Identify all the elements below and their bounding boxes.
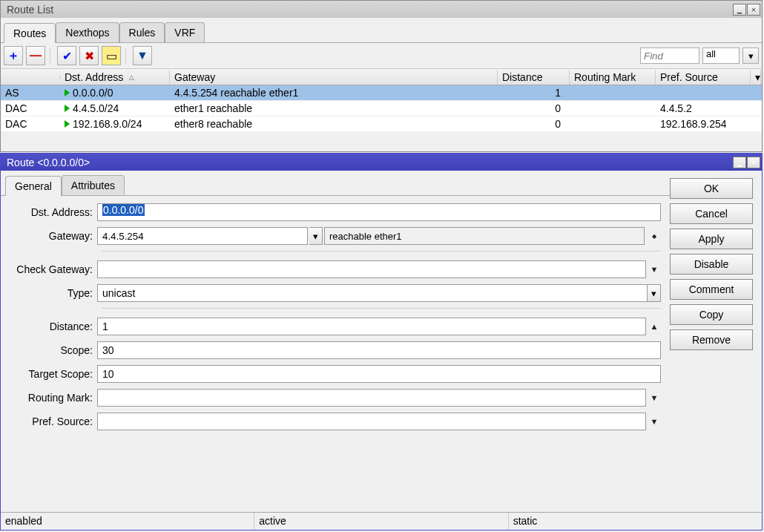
row-type: Type: ▾ [5, 284, 661, 302]
route-active-icon [65, 120, 70, 128]
label-target-scope: Target Scope: [5, 368, 97, 380]
minimize-button[interactable]: ▁ [733, 4, 746, 16]
route-active-icon [65, 89, 70, 96]
label-check-gateway: Check Gateway: [5, 263, 97, 275]
tab-label: Rules [129, 27, 156, 39]
tab-general[interactable]: General [5, 176, 62, 196]
find-area: all ▾ [640, 47, 759, 64]
tab-label: Attributes [71, 180, 115, 191]
table-row[interactable]: DAC 192.168.9.0/24 ether8 reachable 0 19… [1, 116, 762, 132]
minimize-button[interactable]: ▁ [733, 157, 746, 168]
scope-input[interactable] [97, 341, 661, 359]
row-distance: 0 [498, 102, 570, 115]
table-row[interactable]: DAC 4.4.5.0/24 ether1 reachable 0 4.4.5.… [1, 101, 762, 116]
col-flags[interactable] [1, 76, 60, 79]
type-input[interactable] [97, 284, 648, 302]
col-gateway[interactable]: Gateway [170, 70, 498, 85]
tab-attributes[interactable]: Attributes [62, 175, 125, 195]
titlebar-route-detail[interactable]: Route <0.0.0.0/0> ▁ ✕ [1, 154, 762, 171]
row-dst-text: 192.168.9.0/24 [73, 118, 142, 130]
separator [102, 308, 661, 309]
separator [102, 251, 661, 252]
form-area: General Attributes Dst. Address: 0.0.0.0… [1, 171, 670, 512]
remove-button[interactable]: — [26, 46, 45, 65]
row-distance: 1 [498, 86, 570, 99]
col-label: Dst. Address [65, 71, 123, 83]
label-routing-mark: Routing Mark: [5, 392, 97, 404]
pref-source-input[interactable] [97, 413, 646, 430]
tab-nexthops[interactable]: Nexthops [56, 22, 119, 42]
comment-button[interactable]: Comment [670, 279, 753, 300]
col-dst-address[interactable]: Dst. Address△ [60, 70, 170, 85]
row-gateway: 4.4.5.254 reachable ether1 [170, 86, 498, 99]
route-detail-window: Route <0.0.0.0/0> ▁ ✕ General Attributes… [0, 153, 763, 531]
filter-all-label: all [706, 48, 716, 59]
status-enabled: enabled [1, 513, 254, 530]
type-dropdown-button[interactable]: ▾ [648, 284, 661, 302]
pref-source-expand[interactable]: ▼ [648, 413, 661, 430]
close-button[interactable]: ✕ [747, 4, 760, 16]
tab-routes[interactable]: Routes [4, 23, 56, 43]
tab-label: Nexthops [65, 27, 109, 39]
disable-button[interactable]: ✖ [79, 46, 99, 65]
apply-button[interactable]: Apply [670, 229, 753, 249]
disable-button[interactable]: Disable [670, 254, 753, 275]
comment-button[interactable]: ▭ [102, 46, 121, 65]
row-dst-text: 4.4.5.0/24 [73, 102, 119, 114]
label-gateway: Gateway: [5, 230, 97, 242]
distance-collapse[interactable]: ▲ [648, 318, 661, 335]
find-input[interactable] [640, 47, 699, 64]
filter-button[interactable]: ▼ [133, 46, 152, 65]
gateway-dropdown-button[interactable]: ▾ [309, 227, 323, 245]
close-button[interactable]: ✕ [747, 157, 760, 168]
dst-address-value: 0.0.0.0/0 [102, 204, 145, 216]
row-pref-source: Pref. Source: ▼ [5, 413, 661, 430]
check-gateway-expand[interactable]: ▼ [648, 260, 661, 278]
window-body: General Attributes Dst. Address: 0.0.0.0… [1, 171, 762, 512]
status-static: static [509, 513, 762, 530]
row-routing-mark: Routing Mark: ▼ [5, 389, 661, 407]
row-routing-mark [570, 123, 656, 125]
col-pref-source[interactable]: Pref. Source [656, 70, 751, 85]
gateway-status: reachable ether1 [324, 227, 645, 245]
col-label: Pref. Source [660, 71, 718, 83]
titlebar-route-list[interactable]: Route List ▁ ✕ [1, 1, 762, 18]
filter-dropdown-button[interactable]: ▾ [742, 47, 759, 64]
cancel-button[interactable]: Cancel [670, 203, 753, 224]
toolbar-separator [50, 48, 53, 63]
ok-button[interactable]: OK [670, 178, 753, 199]
title-text: Route List [7, 4, 53, 16]
route-list-window: Route List ▁ ✕ Routes Nexthops Rules VRF… [0, 0, 763, 152]
row-distance: Distance: ▲ [5, 318, 661, 335]
row-flags: DAC [1, 117, 60, 131]
check-gateway-input[interactable] [97, 260, 646, 278]
routing-mark-input[interactable] [97, 389, 646, 407]
copy-button[interactable]: Copy [670, 304, 753, 325]
enable-button[interactable]: ✔ [57, 46, 76, 65]
table-header: Dst. Address△ Gateway Distance Routing M… [1, 69, 762, 85]
routes-table: Dst. Address△ Gateway Distance Routing M… [1, 69, 762, 132]
tab-vrf[interactable]: VRF [165, 22, 205, 42]
remove-button[interactable]: Remove [670, 329, 753, 350]
col-routing-mark[interactable]: Routing Mark [570, 70, 656, 85]
table-row[interactable]: AS 0.0.0.0/0 4.4.5.254 reachable ether1 … [1, 85, 762, 101]
row-pref-source [656, 92, 751, 93]
add-button[interactable]: ＋ [4, 46, 23, 65]
routing-mark-expand[interactable]: ▼ [648, 389, 661, 407]
tabs-route-detail: General Attributes [1, 171, 670, 196]
gateway-add-remove[interactable]: ◆ [648, 227, 661, 245]
gateway-input[interactable] [97, 227, 308, 245]
row-dst-text: 0.0.0.0/0 [73, 87, 113, 99]
target-scope-input[interactable] [97, 365, 661, 383]
dst-address-input[interactable]: 0.0.0.0/0 [97, 203, 661, 221]
distance-input[interactable] [97, 318, 646, 335]
col-distance[interactable]: Distance [498, 70, 570, 85]
row-pref-source: 4.4.5.2 [656, 102, 751, 115]
label-type: Type: [5, 287, 97, 299]
row-flags: AS [1, 86, 60, 99]
row-dst: 0.0.0.0/0 [60, 86, 170, 99]
tab-rules[interactable]: Rules [119, 22, 165, 42]
row-gateway: ether8 reachable [170, 117, 498, 131]
filter-all-select[interactable]: all [702, 47, 740, 64]
col-menu[interactable]: ▾ [751, 70, 761, 85]
